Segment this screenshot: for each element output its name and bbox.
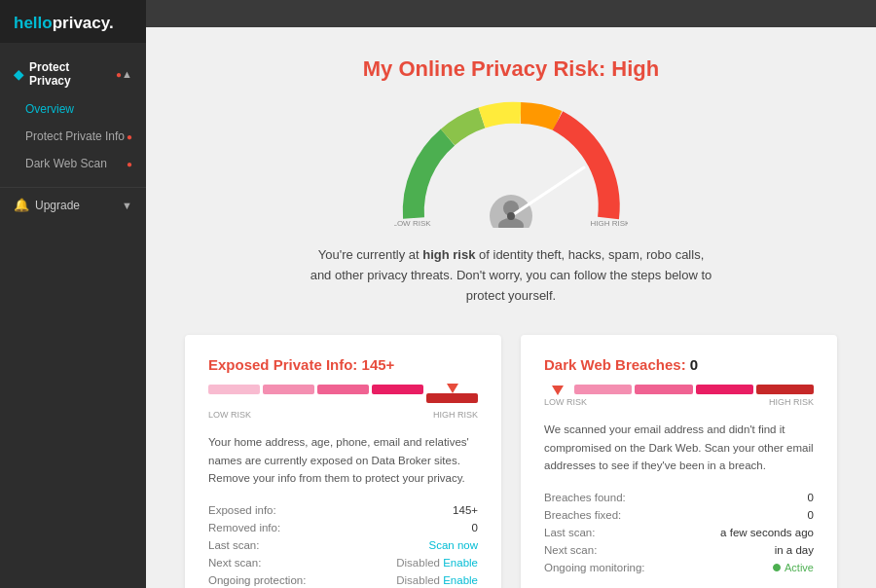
dark-web-risk-bar: LOW RISK HIGH RISK [544,385,814,407]
private-info-card-title: Exposed Private Info: 145+ [208,356,478,373]
logo: helloprivacy. [0,0,146,43]
dark-web-stats: Breaches found: 0 Breaches fixed: 0 Last… [544,489,814,576]
stat-ongoing-dw: Ongoing monitoring: Active [544,559,814,576]
svg-line-2 [511,167,584,216]
content-area: My Online Privacy Risk: High LOW RISK HI… [146,27,876,588]
sidebar-item-protect-private-info[interactable]: Protect Private Info ● [0,123,146,150]
stat-exposed: Exposed info: 145+ [208,501,478,519]
cards-row: Exposed Private Info: 145+ [185,335,837,588]
sidebar: helloprivacy. ◆ Protect Privacy ● ▲ Over… [0,0,146,588]
active-badge: Active [773,562,814,573]
dark-web-scan-label: Dark Web Scan [25,157,107,170]
private-info-description: Your home address, age, phone, email and… [208,433,478,487]
ongoing-enable-link[interactable]: Enable [443,574,478,586]
dark-web-description: We scanned your email address and didn't… [544,421,814,474]
high-risk-label-private: HIGH RISK [433,410,478,420]
stat-breaches-found: Breaches found: 0 [544,489,814,506]
high-risk-label: HIGH RISK [591,219,628,228]
next-scan-enable-link[interactable]: Enable [443,557,478,569]
alert-icon-protect: ● [127,131,132,142]
private-info-card: Exposed Private Info: 145+ [185,335,501,588]
stat-removed: Removed info: 0 [208,519,478,536]
risk-description: You're currently at high risk of identit… [307,245,715,306]
risk-indicator-private [447,384,458,393]
upgrade-section[interactable]: 🔔 Upgrade ▼ [0,188,146,222]
stat-ongoing: Ongoing protection: Disabled Enable [208,571,478,588]
active-dot [773,564,781,571]
protect-privacy-header[interactable]: ◆ Protect Privacy ● ▲ [0,53,146,95]
stat-next-scan: Next scan: Disabled Enable [208,554,478,571]
stat-next-scan-dw: Next scan: in a day [544,541,814,559]
dark-web-risk-indicator [552,386,564,395]
low-risk-label-dark-web: LOW RISK [544,397,587,407]
private-info-risk-bar: LOW RISK HIGH RISK [208,385,478,420]
bell-icon: 🔔 [14,198,29,212]
chevron-down-icon: ▼ [122,200,132,211]
low-risk-label-private: LOW RISK [208,410,251,420]
private-info-stats: Exposed info: 145+ Removed info: 0 Last … [208,501,478,588]
dark-web-card-title: Dark Web Breaches: 0 [544,356,814,373]
protect-privacy-label: Protect Privacy [29,60,112,88]
protect-privacy-section: ◆ Protect Privacy ● ▲ Overview Protect P… [0,43,146,188]
section-left: ◆ Protect Privacy ● [14,60,122,88]
main-content: My Online Privacy Risk: High LOW RISK HI… [146,0,876,588]
logo-text: helloprivacy. [14,14,114,32]
alert-icon-dark-web: ● [127,159,132,169]
dark-web-card: Dark Web Breaches: 0 [521,335,837,588]
stat-last-scan: Last scan: Scan now [208,536,478,554]
stat-last-scan-dw: Last scan: a few seconds ago [544,524,814,541]
gauge-container: LOW RISK HIGH RISK [394,101,628,228]
low-risk-label: LOW RISK [394,219,431,228]
svg-point-3 [507,212,515,220]
sidebar-item-dark-web-scan[interactable]: Dark Web Scan ● [0,150,146,177]
title-prefix: My Online Privacy Risk: [363,56,612,81]
stat-breaches-fixed: Breaches fixed: 0 [544,506,814,524]
chevron-up-icon: ▲ [122,68,132,80]
protect-private-info-label: Protect Private Info [25,129,125,143]
page-title: My Online Privacy Risk: High [363,56,659,82]
overview-label: Overview [25,102,74,116]
topbar [146,0,876,27]
gauge-svg: LOW RISK HIGH RISK [394,101,628,228]
shield-icon: ◆ [14,67,23,82]
title-risk: High [611,56,659,81]
sidebar-item-overview[interactable]: Overview [0,95,146,123]
high-risk-label-dark-web: HIGH RISK [769,397,814,407]
upgrade-label: Upgrade [35,199,80,212]
scan-now-link[interactable]: Scan now [428,539,478,551]
